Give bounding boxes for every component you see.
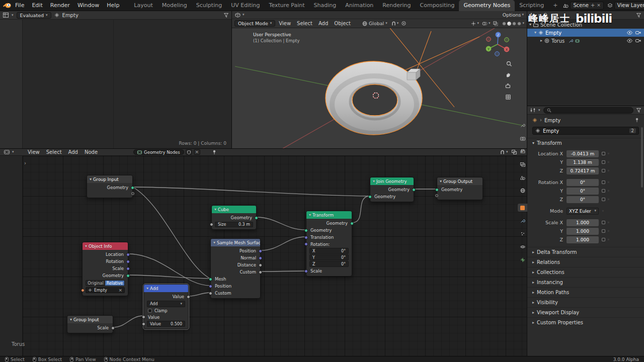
node-header[interactable]: Join Geometry [370, 177, 414, 185]
decorator-icon[interactable] [607, 238, 610, 242]
gizmo-y-label[interactable]: Y [487, 47, 490, 51]
navigation-gizmo[interactable]: X Y Z [486, 32, 510, 56]
properties-scrollbar[interactable] [641, 127, 643, 188]
tab-scene-icon[interactable] [518, 173, 527, 182]
viewport-menu-view[interactable]: View [276, 21, 293, 26]
tab-particles-icon[interactable] [518, 230, 527, 238]
hide-eye-icon[interactable] [627, 31, 632, 35]
scale-x-field[interactable]: 1.000 [567, 219, 599, 226]
xray-toggle-icon[interactable] [493, 21, 498, 26]
editor-type-chevron-icon[interactable] [12, 150, 14, 154]
object-picker-field[interactable]: Empty [86, 287, 125, 293]
node-header[interactable]: Cube [212, 206, 256, 213]
users-count-badge[interactable]: 2 [629, 128, 636, 133]
outliner-search-icon[interactable] [543, 13, 548, 18]
section-expand-icon[interactable] [532, 141, 534, 145]
decorator-icon[interactable] [607, 152, 610, 156]
normal-output-socket[interactable] [259, 256, 262, 260]
scale-input-socket[interactable] [304, 269, 308, 273]
lock-icon[interactable] [602, 160, 605, 164]
collapse-icon[interactable] [214, 208, 216, 212]
tab-uv-editing[interactable]: UV Editing [226, 0, 264, 11]
rotation-output-socket[interactable] [126, 260, 130, 263]
geometry-input-socket[interactable] [368, 195, 372, 199]
decorator-icon[interactable] [602, 209, 604, 213]
collapse-icon[interactable] [213, 241, 215, 245]
section-delta-transform[interactable]: Delta Transform [527, 247, 644, 257]
decorator-icon[interactable] [607, 169, 610, 173]
geometry-output-socket[interactable] [412, 188, 416, 192]
pin-icon[interactable] [635, 118, 639, 123]
value-input-socket[interactable] [142, 315, 145, 319]
gizmo-chevron-icon[interactable] [477, 22, 479, 25]
add-workspace-button[interactable]: + [548, 0, 562, 11]
lock-icon[interactable] [602, 198, 605, 201]
lock-icon[interactable] [602, 169, 605, 172]
spreadsheet-editor-icon[interactable] [3, 13, 9, 18]
overlap-icon[interactable] [512, 150, 517, 154]
position-input-socket[interactable] [209, 285, 212, 288]
shading-material-icon[interactable] [512, 22, 516, 26]
section-transform[interactable]: Transform [527, 138, 644, 148]
node-tree-selector[interactable]: Geometry Nodes [133, 149, 184, 155]
section-expand-icon[interactable] [532, 291, 534, 295]
fake-user-shield-button[interactable] [186, 149, 192, 155]
shading-mode-buttons[interactable] [502, 22, 521, 26]
collapse-icon[interactable] [85, 244, 87, 248]
viewport-editor-icon[interactable] [235, 13, 240, 18]
menu-edit[interactable]: Edit [28, 2, 46, 9]
section-custom-properties[interactable]: Custom Properties [527, 317, 644, 327]
mode-dropdown[interactable]: Object Mode [234, 20, 275, 27]
node-header[interactable]: Add [144, 285, 188, 292]
tab-texture-paint[interactable]: Texture Paint [265, 0, 309, 11]
section-expand-icon[interactable] [532, 321, 534, 325]
collapse-icon[interactable] [309, 213, 311, 217]
properties-search-input[interactable] [543, 107, 633, 114]
outliner-filter-icon[interactable] [636, 13, 641, 18]
tab-scripting[interactable]: Scripting [515, 0, 548, 11]
original-option[interactable]: Original [86, 281, 105, 286]
section-instancing[interactable]: Instancing [527, 277, 644, 287]
expand-icon[interactable] [534, 31, 536, 35]
proportional-edit-icon[interactable] [401, 21, 406, 26]
scale-z-field[interactable]: 1.000 [567, 236, 599, 243]
tab-geometry-nodes[interactable]: Geometry Nodes [459, 0, 515, 11]
shading-wireframe-icon[interactable] [502, 22, 506, 26]
geometry-input-socket[interactable] [435, 188, 439, 192]
rotation-y-field[interactable]: Y 0° [309, 254, 349, 260]
lock-icon[interactable] [602, 180, 605, 184]
options-button[interactable]: Options [503, 12, 524, 18]
collapse-icon[interactable] [440, 179, 442, 184]
virtual-input-socket[interactable] [435, 194, 438, 197]
menu-render[interactable]: Render [47, 2, 73, 9]
node-header[interactable]: Sample Mesh Surface [211, 239, 260, 246]
lock-icon[interactable] [602, 221, 605, 224]
scene-selector[interactable]: Scene [570, 2, 603, 10]
tab-physics-icon[interactable] [518, 243, 527, 251]
node-menu-view[interactable]: View [25, 149, 42, 155]
section-collections[interactable]: Collections [527, 267, 644, 277]
shading-solid-icon[interactable] [507, 22, 511, 26]
section-relations[interactable]: Relations [527, 257, 644, 267]
tab-rendering[interactable]: Rendering [378, 0, 415, 11]
transform-orientation-dropdown[interactable]: Global [362, 21, 387, 26]
toolbar-toggle-icon[interactable] [24, 161, 26, 166]
decorator-icon[interactable] [607, 160, 610, 164]
node-group-input[interactable]: Group Input Geometry [87, 175, 133, 198]
tab-object-icon[interactable] [518, 204, 527, 212]
expand-icon[interactable] [529, 23, 531, 27]
tab-render-icon[interactable] [518, 134, 527, 142]
collapse-icon[interactable] [70, 318, 72, 322]
tab-compositing[interactable]: Compositing [416, 0, 459, 11]
properties-filter-icon[interactable] [636, 108, 641, 113]
scale-output-socket[interactable] [126, 267, 130, 270]
overlays-toggle-icon[interactable] [482, 21, 488, 26]
editor-type-chevron-icon[interactable] [243, 13, 245, 17]
section-expand-icon[interactable] [532, 270, 534, 275]
value-slider-field[interactable]: Value 0.500 [147, 321, 185, 327]
viewport-menu-select[interactable]: Select [294, 21, 315, 26]
expand-icon[interactable] [540, 39, 542, 43]
unlink-scene-icon[interactable] [597, 3, 601, 8]
node-menu-add[interactable]: Add [66, 149, 80, 155]
node-transform[interactable]: Transform Geometry Geometry Translation [306, 211, 352, 277]
